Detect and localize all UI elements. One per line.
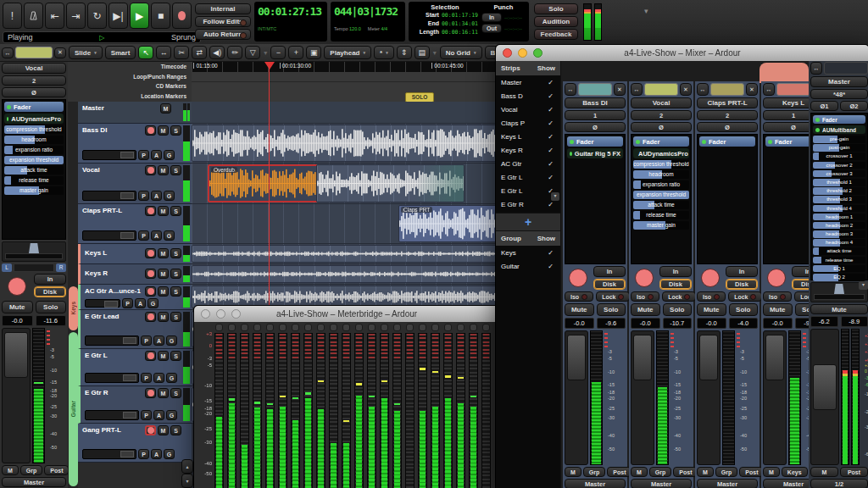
check-icon[interactable]: ✓ <box>548 79 554 86</box>
ruler-labels[interactable]: TimecodeLoop/Punch RangesCD MarkersLocat… <box>78 62 190 102</box>
grid-mode-select[interactable]: No Grid <box>440 46 482 59</box>
mute-button[interactable]: M <box>158 248 169 258</box>
group-button[interactable]: Grp <box>649 467 671 477</box>
plugin-processor[interactable]: AUDynamicsPro <box>633 148 689 158</box>
fader-processor[interactable]: Fader <box>813 115 865 124</box>
record-arm-button[interactable] <box>763 266 789 290</box>
output-button[interactable]: Master <box>565 479 626 488</box>
close-icon[interactable]: ✕ <box>680 83 692 96</box>
check-icon[interactable]: ✓ <box>548 147 554 154</box>
stop-button[interactable]: ■ <box>151 3 170 29</box>
meter-type-button[interactable] <box>279 324 287 331</box>
track-header-gang[interactable]: Gang PRT-L M S P A G <box>78 424 192 463</box>
track-gain-slider[interactable] <box>82 230 136 241</box>
stretch-tool-button[interactable]: ⇄ <box>192 46 207 59</box>
processor-box[interactable]: Fader AUDynamicsPro compression threshol… <box>2 99 66 240</box>
solo-button[interactable]: S <box>170 206 181 216</box>
follow-edits-button[interactable]: Follow Edits <box>195 16 251 27</box>
solo-iso-button[interactable]: Iso <box>565 291 593 302</box>
meter-type-button[interactable] <box>317 324 325 331</box>
meter-type-button[interactable] <box>393 324 401 331</box>
chevron-down-icon[interactable]: ▾ <box>551 192 559 201</box>
playhead-marker[interactable] <box>264 62 275 69</box>
bridge-meter[interactable] <box>240 324 249 488</box>
chevron-down-icon[interactable]: ▾ <box>433 49 437 57</box>
close-icon[interactable]: ✕ <box>614 83 626 96</box>
meter-type-button[interactable] <box>444 324 452 331</box>
track-gain-slider[interactable] <box>85 410 139 420</box>
bridge-meter[interactable] <box>367 324 376 488</box>
metering-button[interactable]: M <box>697 467 714 477</box>
plugin-control-slider[interactable]: threshold 4 <box>813 205 865 213</box>
solo-button[interactable]: S <box>170 425 181 435</box>
group-button[interactable]: Grp <box>583 467 605 477</box>
strip-name-button[interactable]: Claps PRT-L <box>697 97 758 108</box>
fit-strip-icon[interactable]: ↔ <box>631 83 643 96</box>
record-arm-button[interactable] <box>145 125 156 136</box>
automation-button[interactable]: A <box>153 373 164 383</box>
monitor-disk-button[interactable]: Disk <box>34 286 66 297</box>
meter-type-button[interactable] <box>253 324 261 331</box>
gain-fader[interactable] <box>2 328 31 463</box>
track-header-ac-gtr[interactable]: AC Gtr A...unce-1 M S P A G <box>78 285 192 310</box>
group-button[interactable]: G <box>164 449 175 459</box>
fader-processor[interactable]: Fader <box>633 136 689 147</box>
meter-type-button[interactable] <box>304 324 312 331</box>
mute-button[interactable]: Mute <box>631 303 660 316</box>
plugin-control-slider[interactable]: attack time <box>4 166 64 175</box>
group-button[interactable]: Grp <box>715 467 737 477</box>
fader-handle[interactable] <box>4 332 28 378</box>
range-tool-button[interactable]: ↔ <box>156 46 171 59</box>
meter-type-button[interactable] <box>355 324 363 331</box>
monitor-input-button[interactable]: In <box>659 266 692 277</box>
plugin-control-slider[interactable]: crossover 2 <box>813 162 865 169</box>
phase-invert-button[interactable]: Ø <box>2 87 66 97</box>
output-button[interactable]: Master <box>631 479 692 488</box>
gain-fader[interactable] <box>697 330 721 465</box>
fader-processor[interactable]: Fader <box>699 136 755 147</box>
mute-button[interactable]: Mute <box>2 301 33 313</box>
mute-button[interactable]: Mute <box>810 304 868 314</box>
peak-value[interactable]: -10.7 <box>663 318 693 329</box>
solo-button[interactable]: S <box>170 248 181 258</box>
bridge-meter[interactable] <box>443 324 453 488</box>
plugin-control-slider[interactable]: release time <box>4 176 64 185</box>
strip-input-button[interactable]: 2 <box>697 110 758 120</box>
meter-type-button[interactable] <box>215 324 223 331</box>
track-header-keys-l[interactable]: Keys L M S <box>78 244 192 264</box>
solo-button[interactable]: Solo <box>36 301 67 313</box>
group-tab-guitar[interactable]: Guitar <box>69 332 78 486</box>
group-list-item[interactable]: Guitar✓ <box>496 259 560 273</box>
mute-button[interactable]: M <box>158 206 169 216</box>
solo-button[interactable]: S <box>170 125 181 136</box>
meter-type-button[interactable] <box>241 324 248 331</box>
playlist-button[interactable]: P <box>138 230 149 241</box>
solo-button[interactable]: S <box>170 286 181 297</box>
audition-tool-button[interactable]: ◀) <box>209 46 225 59</box>
automation-button[interactable]: A <box>151 191 162 201</box>
metering-button[interactable]: M <box>763 467 780 477</box>
group-list-item[interactable]: Keys✓ <box>496 246 560 259</box>
meter-type-button[interactable] <box>381 324 388 331</box>
track-gain-slider[interactable] <box>82 191 136 201</box>
processor-box[interactable]: Fader AUDynamicsPro compression threshol… <box>631 134 692 264</box>
play-range-button[interactable]: ▶| <box>108 3 128 29</box>
zoom-out-button[interactable]: − <box>270 46 286 59</box>
bridge-meter[interactable] <box>291 324 300 488</box>
track-header-bass-di[interactable]: Bass DI M S P A G <box>78 124 192 164</box>
plugin-control-slider[interactable]: post-gain <box>813 144 865 152</box>
playlist-button[interactable]: P <box>141 373 152 383</box>
mute-button[interactable]: M <box>158 125 169 136</box>
strip-name-button[interactable]: Vocal <box>631 97 692 108</box>
playlist-button[interactable]: P <box>138 150 149 160</box>
track-header-e-gtr-l[interactable]: E Gtr L M S P A G <box>78 349 192 386</box>
keys-group-tab[interactable] <box>760 63 809 83</box>
global-solo-button[interactable]: Solo <box>534 3 578 14</box>
marker-mode-select[interactable]: * <box>374 46 394 59</box>
feedback-button[interactable]: Feedback <box>534 29 578 40</box>
bridge-meter[interactable] <box>418 324 427 488</box>
save-view-button[interactable]: ▤ <box>415 46 430 59</box>
track-gain-slider[interactable] <box>85 336 139 346</box>
plugin-control-slider[interactable]: crossover 3 <box>813 170 865 178</box>
gain-value[interactable]: -0.0 <box>2 315 33 326</box>
